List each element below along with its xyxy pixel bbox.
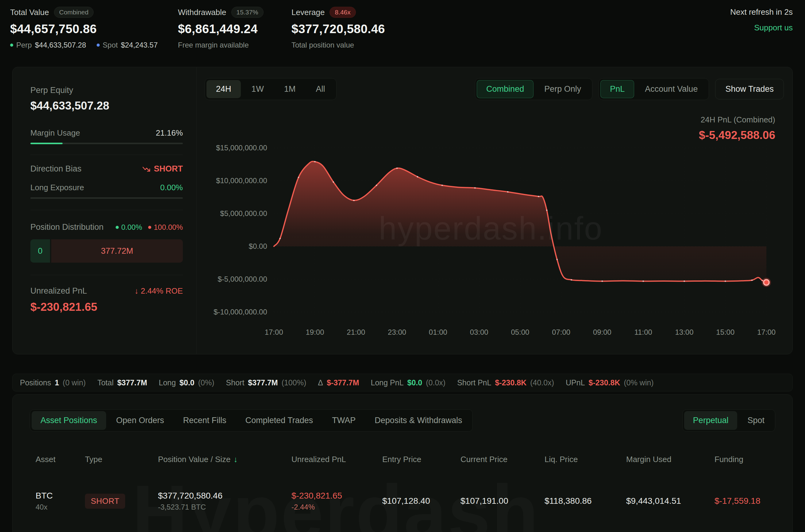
summary-long-pnl-x: (0.0x) bbox=[426, 378, 445, 387]
summary-short-pnl-label: Short PnL bbox=[457, 378, 491, 387]
tab-deposits-withdrawals[interactable]: Deposits & Withdrawals bbox=[366, 411, 471, 430]
summary-long-pct: (0%) bbox=[198, 378, 214, 387]
position-distribution-label: Position Distribution bbox=[31, 223, 104, 232]
svg-text:01:00: 01:00 bbox=[429, 328, 447, 336]
tab-account-value[interactable]: Account Value bbox=[635, 80, 707, 98]
tab-combined[interactable]: Combined bbox=[477, 80, 534, 98]
show-trades-button[interactable]: Show Trades bbox=[715, 79, 784, 99]
support-us-link[interactable]: Support us bbox=[730, 23, 793, 33]
market-toggle: Perpetual Spot bbox=[682, 409, 775, 432]
tab-open-orders[interactable]: Open Orders bbox=[108, 411, 173, 430]
pnl-chart-svg: $15,000,000.00$10,000,000.00$5,000,000.0… bbox=[197, 141, 785, 340]
svg-text:$5,000,000.00: $5,000,000.00 bbox=[220, 209, 267, 217]
withdrawable-value: $6,861,449.24 bbox=[178, 22, 264, 36]
positions-table-header: Asset Type Position Value / Size↓ Unreal… bbox=[13, 455, 792, 464]
perp-dot-icon bbox=[10, 43, 13, 46]
svg-text:07:00: 07:00 bbox=[552, 328, 570, 336]
svg-text:$0.00: $0.00 bbox=[249, 242, 267, 250]
long-distribution-segment: 0 bbox=[31, 239, 50, 263]
positions-tabs: Asset Positions Open Orders Recent Fills… bbox=[30, 409, 473, 432]
summary-positions-win: (0 win) bbox=[62, 378, 85, 387]
col-liq-price[interactable]: Liq. Price bbox=[544, 455, 626, 464]
tab-perpetual[interactable]: Perpetual bbox=[684, 411, 737, 430]
arrow-down-icon: ↓ bbox=[134, 286, 140, 296]
summary-long-pnl-label: Long PnL bbox=[371, 378, 404, 387]
row-funding: $-17,559.18 bbox=[714, 496, 777, 506]
summary-total-value: $377.7M bbox=[117, 378, 147, 387]
svg-text:$-10,000,000.00: $-10,000,000.00 bbox=[213, 308, 267, 316]
col-position-value[interactable]: Position Value / Size↓ bbox=[158, 455, 291, 464]
svg-text:09:00: 09:00 bbox=[593, 328, 611, 336]
refresh-countdown: Next refresh in 2s bbox=[730, 7, 793, 17]
col-margin-used[interactable]: Margin Used bbox=[626, 455, 714, 464]
tab-completed-trades[interactable]: Completed Trades bbox=[236, 411, 322, 430]
metric-tabs: PnL Account Value bbox=[598, 78, 709, 100]
long-exposure-bar bbox=[31, 197, 183, 199]
summary-upnl-win: (0% win) bbox=[624, 378, 653, 387]
svg-text:17:00: 17:00 bbox=[757, 328, 775, 336]
svg-text:21:00: 21:00 bbox=[347, 328, 365, 336]
unrealized-pnl-label: Unrealized PnL bbox=[31, 286, 87, 296]
table-row[interactable]: BTC 40x SHORT $377,720,580.46 -3,523.71 … bbox=[13, 481, 792, 521]
margin-usage-label: Margin Usage bbox=[31, 128, 80, 138]
tab-24h[interactable]: 24H bbox=[207, 80, 241, 98]
col-unrealized-pnl[interactable]: Unrealized PnL bbox=[291, 455, 382, 464]
tab-all[interactable]: All bbox=[306, 80, 335, 98]
short-dist-dot-icon bbox=[148, 226, 151, 229]
summary-positions-count: 1 bbox=[55, 378, 59, 387]
col-type[interactable]: Type bbox=[85, 455, 158, 464]
withdrawable-label: Withdrawable bbox=[178, 8, 226, 17]
long-dist-pct: 0.00% bbox=[121, 223, 142, 232]
mode-tabs: Combined Perp Only bbox=[475, 78, 592, 100]
summary-delta-label: Δ bbox=[318, 378, 323, 387]
svg-text:17:00: 17:00 bbox=[265, 328, 283, 336]
col-entry-price[interactable]: Entry Price bbox=[382, 455, 460, 464]
tab-asset-positions[interactable]: Asset Positions bbox=[32, 411, 106, 430]
pnl-chart[interactable]: hyperdash.info $15,000,000.00$10,000,000… bbox=[197, 141, 785, 340]
total-value-label: Total Value bbox=[10, 8, 49, 17]
summary-delta-value: $-377.7M bbox=[327, 378, 359, 387]
position-distribution-bar: 0 377.72M bbox=[31, 239, 183, 263]
tab-twap[interactable]: TWAP bbox=[323, 411, 364, 430]
total-value: $44,657,750.86 bbox=[10, 22, 158, 36]
col-funding[interactable]: Funding bbox=[714, 455, 777, 464]
row-leverage: 40x bbox=[36, 503, 85, 511]
row-size: -3,523.71 BTC bbox=[158, 503, 291, 511]
tab-1w[interactable]: 1W bbox=[242, 80, 274, 98]
short-distribution-segment: 377.72M bbox=[51, 239, 183, 263]
perp-equity-value: $44,633,507.28 bbox=[31, 99, 183, 112]
tab-perp-only[interactable]: Perp Only bbox=[535, 80, 591, 98]
svg-text:11:00: 11:00 bbox=[634, 328, 652, 336]
summary-upnl-value: $-230.8K bbox=[589, 378, 620, 387]
svg-text:$10,000,000.00: $10,000,000.00 bbox=[216, 176, 267, 185]
svg-text:$15,000,000.00: $15,000,000.00 bbox=[216, 144, 267, 152]
tab-spot[interactable]: Spot bbox=[739, 411, 773, 430]
tab-pnl[interactable]: PnL bbox=[600, 80, 634, 98]
time-range-tabs: 24H 1W 1M All bbox=[205, 78, 337, 100]
summary-long-label: Long bbox=[159, 378, 176, 387]
summary-short-value: $377.7M bbox=[248, 378, 277, 387]
margin-usage-bar bbox=[31, 142, 183, 144]
row-entry-price: $107,128.40 bbox=[382, 496, 460, 506]
leverage-sub: Total position value bbox=[291, 41, 354, 50]
leverage-block: Leverage 8.46x $377,720,580.46 Total pos… bbox=[291, 7, 385, 50]
svg-text:$-5,000,000.00: $-5,000,000.00 bbox=[218, 275, 267, 283]
leverage-value: $377,720,580.46 bbox=[291, 22, 385, 36]
summary-short-pnl-x: (40.0x) bbox=[530, 378, 554, 387]
row-current-price: $107,191.00 bbox=[460, 496, 544, 506]
row-asset: BTC bbox=[36, 491, 85, 501]
col-asset[interactable]: Asset bbox=[36, 455, 85, 464]
trending-down-icon bbox=[142, 166, 151, 172]
direction-bias-value: SHORT bbox=[154, 164, 183, 174]
direction-bias-label: Direction Bias bbox=[31, 164, 82, 174]
perp-label: Perp bbox=[16, 41, 32, 50]
spot-value: $24,243.57 bbox=[121, 41, 158, 50]
col-current-price[interactable]: Current Price bbox=[460, 455, 544, 464]
svg-text:03:00: 03:00 bbox=[470, 328, 488, 336]
summary-short-pct: (100%) bbox=[282, 378, 306, 387]
row-liq-price: $118,380.86 bbox=[544, 496, 626, 506]
tab-recent-fills[interactable]: Recent Fills bbox=[174, 411, 235, 430]
withdrawable-pct-badge: 15.37% bbox=[231, 7, 264, 18]
svg-text:13:00: 13:00 bbox=[675, 328, 694, 336]
tab-1m[interactable]: 1M bbox=[274, 80, 305, 98]
